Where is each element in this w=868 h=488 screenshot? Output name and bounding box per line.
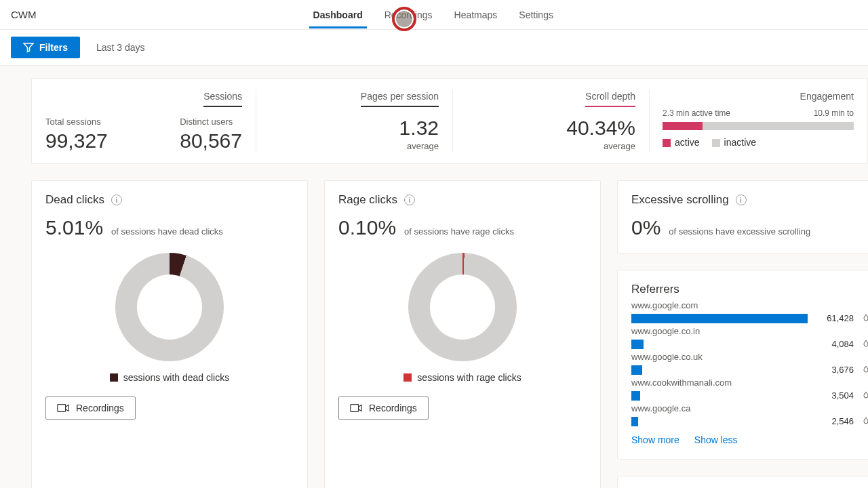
engagement-active-time: 2.3 min active time <box>663 108 730 118</box>
brand-label: CWM <box>11 9 37 20</box>
referrer-bar <box>631 365 642 375</box>
card-rage-clicks: Rage clicks i 0.10% of sessions have rag… <box>324 180 601 488</box>
engagement-title: Engagement <box>800 91 854 102</box>
pps-value: 1.32 <box>269 117 439 140</box>
card-referrers: Referrers www.google.com61,428www.google… <box>617 270 868 460</box>
total-sessions-value: 99,327 <box>45 129 108 152</box>
show-less-link[interactable]: Show less <box>694 434 738 445</box>
excessive-scrolling-title: Excessive scrolling <box>631 193 729 207</box>
legend-active: active <box>663 137 700 148</box>
excessive-scrolling-pct: 0% <box>631 216 660 239</box>
svg-rect-1 <box>351 405 359 412</box>
referrer-domain: www.google.ca <box>631 403 868 413</box>
filters-label: Filters <box>39 42 68 53</box>
dead-clicks-title: Dead clicks <box>45 193 104 207</box>
scroll-sub: average <box>466 141 635 151</box>
referrer-domain: www.cookwithmanali.com <box>631 378 868 388</box>
total-sessions-label: Total sessions <box>45 117 108 127</box>
rage-clicks-donut <box>408 253 517 361</box>
info-icon[interactable]: i <box>736 195 747 205</box>
flame-icon[interactable] <box>862 340 868 349</box>
tab-recordings[interactable]: Recordings <box>374 1 443 28</box>
dead-clicks-desc: of sessions have dead clicks <box>111 226 223 237</box>
card-excessive-scrolling: Excessive scrolling i 0% of sessions hav… <box>617 180 868 253</box>
recordings-icon <box>57 403 69 413</box>
show-more-link[interactable]: Show more <box>631 434 679 445</box>
scroll-title: Scroll depth <box>585 91 635 107</box>
filter-icon <box>23 42 34 53</box>
tab-heatmaps[interactable]: Heatmaps <box>443 1 509 28</box>
flame-icon[interactable] <box>862 365 868 375</box>
distinct-users-label: Distinct users <box>180 117 242 127</box>
referrer-count: 4,084 <box>824 339 854 349</box>
referrer-count: 61,428 <box>824 313 854 323</box>
referrers-title: Referrers <box>631 283 679 296</box>
dead-clicks-donut <box>115 253 224 361</box>
referrer-domain: www.google.com <box>631 300 868 310</box>
card-devices: Devices <box>617 476 868 488</box>
rage-clicks-legend: sessions with rage clicks <box>417 372 521 383</box>
summary-row: Sessions Total sessions 99,327 Distinct … <box>31 78 868 164</box>
filters-button[interactable]: Filters <box>11 37 80 58</box>
recordings-icon <box>350 403 362 413</box>
svg-rect-0 <box>58 405 66 412</box>
info-icon[interactable]: i <box>111 195 122 205</box>
referrer-bar <box>631 340 644 349</box>
legend-swatch <box>403 373 412 382</box>
pps-title: Pages per session <box>361 91 439 107</box>
engagement-bar <box>663 122 854 130</box>
recordings-label: Recordings <box>369 403 417 413</box>
legend-inactive: inactive <box>712 137 756 148</box>
tab-dashboard[interactable]: Dashboard <box>302 1 374 28</box>
referrer-domain: www.google.co.uk <box>631 352 868 362</box>
flame-icon[interactable] <box>862 417 868 426</box>
pps-sub: average <box>269 141 439 151</box>
referrer-count: 3,504 <box>824 390 854 401</box>
dead-clicks-pct: 5.01% <box>45 216 103 239</box>
excessive-scrolling-desc: of sessions have excessive scrolling <box>669 226 810 237</box>
dead-clicks-legend: sessions with dead clicks <box>123 372 229 383</box>
engagement-bar-active <box>663 122 703 130</box>
rage-clicks-title: Rage clicks <box>338 193 397 207</box>
rage-clicks-desc: of sessions have rage clicks <box>404 226 514 237</box>
legend-swatch <box>110 373 118 382</box>
referrer-count: 2,546 <box>824 416 854 426</box>
info-icon[interactable]: i <box>404 195 415 205</box>
referrer-bar <box>631 391 640 401</box>
recordings-button[interactable]: Recordings <box>338 396 429 420</box>
date-range[interactable]: Last 3 days <box>90 38 152 57</box>
sessions-title: Sessions <box>203 91 242 107</box>
referrer-domain: www.google.co.in <box>631 326 868 336</box>
scroll-value: 40.34% <box>466 117 635 140</box>
flame-icon[interactable] <box>862 314 868 323</box>
engagement-inactive-time: 10.9 min to <box>814 108 854 118</box>
rage-clicks-pct: 0.10% <box>338 216 396 239</box>
recordings-button[interactable]: Recordings <box>45 396 136 420</box>
card-dead-clicks: Dead clicks i 5.01% of sessions have dea… <box>31 180 308 488</box>
flame-icon[interactable] <box>862 391 868 401</box>
recordings-label: Recordings <box>76 403 124 413</box>
referrer-bar <box>631 417 638 426</box>
top-nav: Dashboard Recordings Heatmaps Settings <box>302 1 564 28</box>
referrer-count: 3,676 <box>824 365 854 375</box>
distinct-users-value: 80,567 <box>180 129 242 152</box>
referrer-bar <box>631 314 808 323</box>
tab-settings[interactable]: Settings <box>508 1 564 28</box>
